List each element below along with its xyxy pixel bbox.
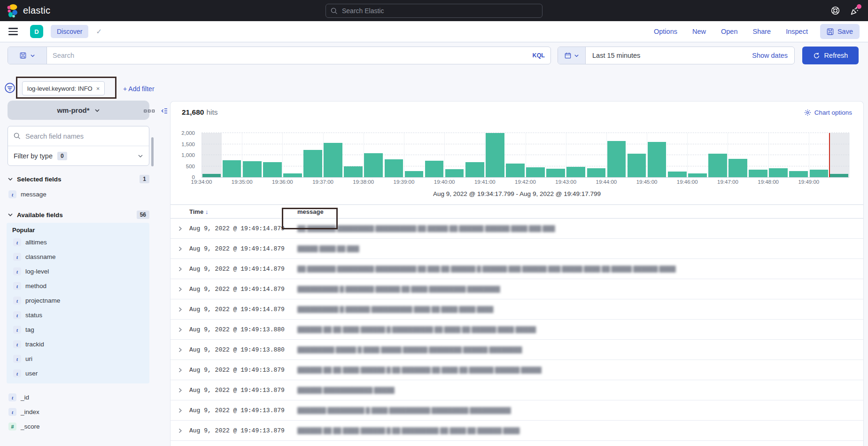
histogram-bar[interactable] [425, 161, 444, 177]
histogram-bar[interactable] [324, 143, 342, 177]
histogram-bar[interactable] [506, 164, 525, 177]
sidebar-scrollbar[interactable] [151, 137, 154, 166]
field-item-classname[interactable]: tclassname [12, 250, 145, 264]
histogram-plot[interactable] [202, 133, 849, 178]
field-item-log-level[interactable]: tlog-level [12, 264, 145, 279]
top-menu-link-inspect[interactable]: Inspect [786, 28, 808, 35]
time-range-value[interactable]: Last 15 minutes [586, 52, 640, 59]
expand-row-icon[interactable] [170, 246, 189, 252]
date-quick-menu-button[interactable] [558, 47, 586, 64]
field-item-method[interactable]: tmethod [12, 279, 145, 293]
expand-row-icon[interactable] [170, 367, 189, 373]
kql-language-button[interactable]: KQL [533, 52, 545, 59]
histogram-bar[interactable] [648, 142, 666, 177]
histogram-bar[interactable] [789, 171, 808, 177]
field-item-message[interactable]: tmessage [8, 187, 149, 202]
field-item-tag[interactable]: ttag [12, 322, 145, 337]
histogram-bar[interactable] [202, 174, 221, 177]
field-item-user[interactable]: tuser [12, 366, 145, 381]
histogram-bar[interactable] [628, 154, 646, 177]
histogram-bar[interactable] [263, 162, 282, 177]
help-icon[interactable] [831, 6, 840, 15]
breadcrumb-discover[interactable]: Discover [51, 25, 88, 38]
histogram-bar[interactable] [303, 150, 322, 177]
histogram-bar[interactable] [546, 169, 565, 177]
histogram-bar[interactable] [728, 159, 747, 177]
column-header-message[interactable]: message [291, 208, 863, 215]
available-fields-accordion[interactable]: Available fields 56 [8, 211, 149, 219]
field-item-_index[interactable]: t_index [8, 405, 149, 419]
refresh-button[interactable]: Refresh [802, 47, 859, 64]
chart-options-button[interactable]: Chart options [804, 109, 852, 116]
filter-menu-icon[interactable] [4, 82, 16, 94]
index-pattern-selector[interactable]: wm-prod* [8, 101, 149, 120]
histogram-bar[interactable] [526, 167, 545, 177]
add-filter-button[interactable]: + Add filter [123, 85, 155, 93]
app-nav-bar: D Discover ✓ OptionsNewOpenShareInspect … [0, 21, 868, 42]
histogram-bar[interactable] [830, 174, 849, 177]
histogram-bar[interactable] [749, 170, 767, 177]
expand-row-icon[interactable] [170, 226, 189, 232]
panel-gutter [144, 107, 168, 115]
top-menu-link-new[interactable]: New [692, 28, 706, 35]
menu-icon[interactable] [8, 28, 18, 35]
histogram-bar[interactable] [385, 159, 403, 177]
global-search-input[interactable]: Search Elastic [326, 4, 542, 18]
histogram-bar[interactable] [243, 161, 262, 177]
histogram-bar[interactable] [223, 160, 241, 177]
field-item-uri[interactable]: turi [12, 352, 145, 366]
histogram-bar[interactable] [486, 133, 504, 177]
histogram-bar[interactable] [688, 173, 707, 177]
selected-fields-accordion[interactable]: Selected fields 1 [8, 175, 149, 183]
news-icon[interactable] [850, 6, 860, 16]
histogram-bar[interactable] [405, 171, 424, 177]
field-item-_score[interactable]: #_score [8, 419, 149, 434]
field-item-status[interactable]: tstatus [12, 308, 145, 322]
field-item-_id[interactable]: t_id [8, 390, 149, 405]
field-name: _score [21, 423, 40, 430]
row-density-icon[interactable] [144, 108, 155, 114]
histogram-bar[interactable] [566, 167, 585, 177]
remove-filter-icon[interactable]: × [96, 85, 100, 92]
filter-by-type-button[interactable]: Filter by type 0 [8, 146, 149, 165]
space-avatar[interactable]: D [30, 25, 43, 38]
expand-row-icon[interactable] [170, 428, 189, 434]
sort-desc-icon[interactable]: ↓ [205, 208, 209, 215]
table-header-row: Time↓ message [170, 204, 863, 219]
expand-row-icon[interactable] [170, 306, 189, 313]
field-item-alltimes[interactable]: talltimes [12, 235, 145, 250]
expand-row-icon[interactable] [170, 407, 189, 414]
histogram-bar[interactable] [283, 173, 302, 177]
column-header-time[interactable]: Time↓ [189, 208, 291, 215]
expand-row-icon[interactable] [170, 387, 189, 393]
expand-row-icon[interactable] [170, 347, 189, 353]
histogram-bar[interactable] [465, 162, 484, 177]
expand-row-icon[interactable] [170, 266, 189, 272]
top-menu-link-options[interactable]: Options [654, 28, 677, 35]
field-item-projectname[interactable]: tprojectname [12, 293, 145, 308]
histogram-bar[interactable] [668, 172, 687, 177]
query-search-input[interactable]: Search KQL [47, 47, 550, 64]
histogram-bar[interactable] [445, 169, 464, 177]
field-search-input[interactable]: Search field names [8, 126, 149, 146]
histogram-bar[interactable] [810, 170, 829, 177]
histogram-bar[interactable] [344, 166, 363, 177]
expand-row-icon[interactable] [170, 286, 189, 292]
histogram-bar[interactable] [364, 153, 383, 177]
top-menu-link-share[interactable]: Share [752, 28, 771, 35]
histogram-bar[interactable] [769, 168, 788, 177]
collapse-sidebar-icon[interactable] [161, 107, 168, 115]
filter-pill[interactable]: log-level.keyword: INFO × [22, 81, 105, 95]
query-bar: Search KQL Last 15 minutes Show dates Re… [8, 47, 859, 64]
saved-query-menu-button[interactable] [8, 47, 47, 64]
meta-fields-list: t_idt_index#_score [8, 390, 149, 434]
histogram-bar[interactable] [607, 141, 626, 177]
field-item-trackid[interactable]: ttrackid [12, 337, 145, 352]
top-menu-link-open[interactable]: Open [721, 28, 737, 35]
save-button[interactable]: Save [820, 24, 860, 39]
expand-row-icon[interactable] [170, 327, 189, 333]
histogram-bar[interactable] [708, 154, 727, 177]
histogram-bar[interactable] [587, 168, 606, 177]
show-dates-button[interactable]: Show dates [752, 52, 794, 59]
histogram-slot [404, 133, 424, 177]
